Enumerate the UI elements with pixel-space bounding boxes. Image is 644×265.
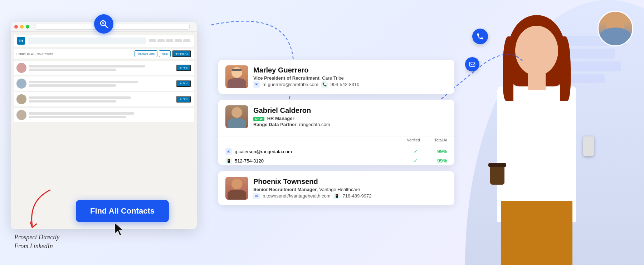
phoenix-email-icon: ✉ xyxy=(253,193,260,199)
maximize-dot[interactable] xyxy=(26,25,29,29)
next-button[interactable]: Next xyxy=(159,50,170,57)
find-button-1[interactable]: ⊕ Find xyxy=(176,65,191,71)
linkedin-subheader: Found 10,430,950 results Manage Lists Ne… xyxy=(14,49,194,59)
left-section: in Found 10,430,950 results Manage Lists… xyxy=(0,0,208,265)
gabriel-name: Gabriel Calderon xyxy=(253,106,447,115)
phoenix-contact-info: ✉ p.townsend@vantagehealth.com 📱 718-489… xyxy=(253,193,447,199)
linkedin-search-bar[interactable] xyxy=(28,38,146,44)
manage-lists-button[interactable]: Manage Lists xyxy=(135,50,157,57)
phone-icon-badge xyxy=(472,29,488,44)
phoenix-photo xyxy=(225,177,248,200)
avatar-placeholder-3 xyxy=(16,94,26,104)
right-section xyxy=(465,0,644,265)
phoenix-name: Phoenix Townsend xyxy=(253,178,447,186)
contact-card-gabriel-header: Gabriel Calderon NEW HR Manager Range Da… xyxy=(218,100,454,134)
woman-photo xyxy=(472,8,601,265)
gabriel-company: Range Data Partner, rangedata.com xyxy=(253,122,447,127)
marley-title-bold: Vice President of Recruitment xyxy=(253,75,319,81)
linkedin-header: in xyxy=(14,35,194,47)
marley-phone-icon: 📞 xyxy=(321,81,328,88)
prospect-line2: From LinkedIn xyxy=(14,242,59,251)
find-all-contacts-button[interactable]: Find All Contacts xyxy=(76,200,169,222)
minimize-dot[interactable] xyxy=(20,25,24,29)
gabriel-phone-pct: 99% xyxy=(429,158,447,164)
gabriel-email-pct: 99% xyxy=(429,149,447,154)
linkedin-logo: in xyxy=(17,37,25,45)
phoenix-phone-icon: 📱 xyxy=(333,193,340,199)
info-4 xyxy=(29,112,191,118)
new-badge: NEW xyxy=(253,117,264,121)
phoenix-company: Vantage Healthcare xyxy=(319,187,360,192)
phoenix-phone: 718-489-9972 xyxy=(343,193,372,199)
prospect-line1: Prospect Directly xyxy=(14,233,59,242)
marley-phone: 904-542-8310 xyxy=(331,82,360,87)
total-ai-col-header: Total AI xyxy=(434,138,447,142)
find-button-2[interactable]: ⊕ Find xyxy=(176,80,191,87)
linkedin-contact-rows: ⊕ Find ⊕ Find xyxy=(14,61,194,122)
marley-details: Marley Guerrero Vice President of Recrui… xyxy=(253,66,447,88)
gabriel-details: Gabriel Calderon NEW HR Manager Range Da… xyxy=(253,106,447,127)
marley-title: Vice President of Recruitment, Care Trib… xyxy=(253,75,447,81)
gabriel-company-url: rangedata.com xyxy=(299,122,330,127)
search-icon-circle xyxy=(94,14,113,34)
middle-section: Marley Guerrero Vice President of Recrui… xyxy=(208,0,465,265)
gabriel-company-name: Range Data Partner xyxy=(253,122,297,127)
gabriel-phone-icon: 📱 xyxy=(225,158,232,164)
avatar-placeholder-2 xyxy=(16,79,26,89)
prospect-text: Prospect Directly From LinkedIn xyxy=(14,233,59,251)
marley-email-icon: ✉ xyxy=(253,81,260,88)
marley-contact-info: ✉ m.guerrero@caretribe.com 📞 904-542-831… xyxy=(253,81,447,88)
cursor-arrow xyxy=(114,222,125,236)
svg-rect-5 xyxy=(470,62,475,66)
avatar-placeholder-4 xyxy=(16,110,26,120)
find-all-small-button[interactable]: ⊕ Find All xyxy=(172,50,191,57)
avatar-placeholder-1 xyxy=(16,63,26,73)
gabriel-title-bold: HR Manager xyxy=(267,116,294,121)
linkedin-contact-row-4 xyxy=(14,108,194,122)
gabriel-phone-row: 📱 512-754-3120 ✓ 99% xyxy=(218,156,454,165)
marley-photo xyxy=(225,65,248,88)
verified-header: Verified Total AI xyxy=(218,136,454,144)
gabriel-title: NEW HR Manager xyxy=(253,116,447,121)
contact-card-marley-header: Marley Guerrero Vice President of Recrui… xyxy=(218,60,454,94)
contact-card-phoenix-header: Phoenix Townsend Senior Recruitment Mana… xyxy=(218,171,454,205)
find-button-3[interactable]: ⊕ Find xyxy=(176,96,191,102)
gabriel-email: g.calerson@rangedata.com xyxy=(235,149,402,154)
email-icon-badge xyxy=(465,57,479,71)
action-buttons: Manage Lists Next ⊕ Find All xyxy=(55,50,191,57)
gabriel-phone: 512-754-3120 xyxy=(235,158,402,164)
contact-card-marley: Marley Guerrero Vice President of Recrui… xyxy=(218,60,454,94)
marley-name: Marley Guerrero xyxy=(253,66,447,74)
phoenix-title-bold: Senior Recruitment Manager xyxy=(253,187,317,192)
contact-card-phoenix: Phoenix Townsend Senior Recruitment Mana… xyxy=(218,171,454,205)
linkedin-contact-row-1: ⊕ Find xyxy=(14,61,194,75)
gabriel-photo xyxy=(225,105,248,128)
info-3 xyxy=(29,96,174,102)
linkedin-contact-row-3: ⊕ Find xyxy=(14,92,194,106)
gabriel-email-check: ✓ xyxy=(405,149,426,154)
results-count: Found 10,430,950 results xyxy=(16,52,53,56)
linkedin-contact-row-2: ⊕ Find xyxy=(14,76,194,91)
phoenix-email: p.townsend@vantagehealth.com xyxy=(263,193,331,199)
gabriel-email-icon: ✉ xyxy=(225,148,232,155)
red-arrow-icon xyxy=(21,186,57,233)
man-avatar xyxy=(597,11,633,46)
contact-card-gabriel: Gabriel Calderon NEW HR Manager Range Da… xyxy=(218,100,454,165)
verified-col-header: Verified xyxy=(407,138,420,142)
svg-marker-4 xyxy=(115,223,123,236)
gabriel-verified-table: Verified Total AI ✉ g.calerson@rangedata… xyxy=(218,136,454,165)
main-container: in Found 10,430,950 results Manage Lists… xyxy=(0,0,644,265)
close-dot[interactable] xyxy=(14,25,18,29)
info-2 xyxy=(29,81,174,87)
marley-company: Care Tribe xyxy=(322,75,344,81)
marley-email: m.guerrero@caretribe.com xyxy=(263,82,318,87)
gabriel-email-row: ✉ g.calerson@rangedata.com ✓ 99% xyxy=(218,147,454,156)
linkedin-nav xyxy=(149,39,190,42)
svg-line-1 xyxy=(105,25,107,28)
phoenix-title: Senior Recruitment Manager, Vantage Heal… xyxy=(253,187,447,192)
info-1 xyxy=(29,65,174,71)
gabriel-phone-check: ✓ xyxy=(405,158,426,164)
phoenix-details: Phoenix Townsend Senior Recruitment Mana… xyxy=(253,178,447,199)
